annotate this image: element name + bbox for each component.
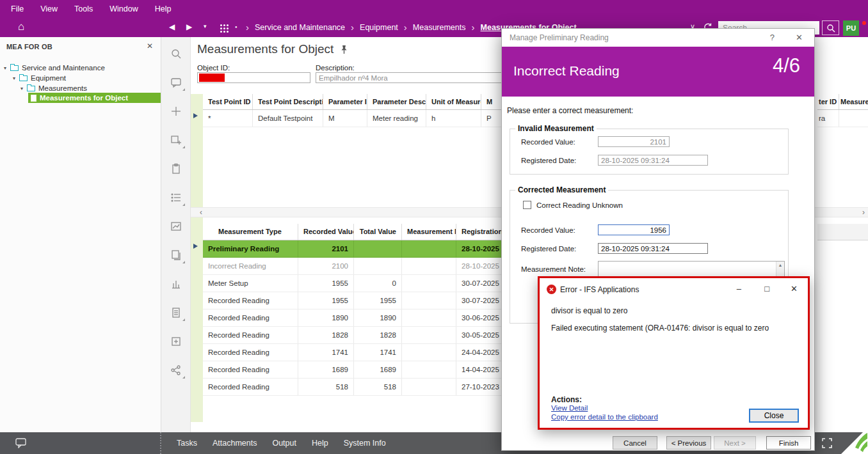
column-header[interactable]: Parameter ID (323, 94, 367, 109)
menu-tools[interactable]: Tools (66, 0, 101, 18)
cell-recorded-value: 1955 (298, 292, 354, 309)
cell-total-value: 1890 (354, 309, 402, 326)
cell-recorded-value: 1741 (298, 344, 354, 361)
cell-measurement-note (402, 240, 456, 257)
menu-file[interactable]: File (3, 0, 32, 18)
table-row[interactable]: Recorded Reading 1828 1828 30-05-2025 1 (203, 327, 510, 344)
statusbar-attachments[interactable]: Attachments (213, 439, 257, 448)
minimize-icon[interactable]: – (737, 284, 741, 294)
pin-icon[interactable] (340, 45, 348, 54)
corrected-recorded-value-field[interactable] (598, 224, 670, 235)
caret-down-icon[interactable]: ▾ (20, 86, 27, 91)
cell-test-point-id: * (203, 110, 253, 127)
caret-down-icon[interactable]: ▾ (4, 65, 10, 71)
cell-measurement-type: Recorded Reading (203, 309, 298, 326)
help-icon[interactable]: ? (770, 33, 775, 42)
breadcrumb-service-and-maintenance[interactable]: Service and Maintenance (255, 23, 345, 32)
maximize-icon[interactable]: □ (764, 284, 769, 294)
add-tool-icon[interactable] (170, 105, 182, 118)
statusbar-output[interactable]: Output (272, 439, 296, 448)
tree-item-service-and-maintenance[interactable]: ▾ Service and Maintenance (0, 63, 161, 73)
breadcrumb-measurements[interactable]: Measurements (413, 23, 466, 32)
cell-parameter-description: Meter reading (367, 110, 426, 127)
menu-help[interactable]: Help (147, 0, 180, 18)
cell-measurement-note (402, 258, 456, 274)
tree-item-measurements[interactable]: ▾ Measurements (0, 83, 161, 93)
error-message-line2: Failed executing statement (ORA-01476: d… (551, 324, 769, 333)
tree-item-measurements-for-object-selected[interactable]: Measurements for Object (28, 93, 161, 103)
cell-measurement-type: Incorrect Reading (203, 258, 298, 274)
next-button[interactable]: Next > (714, 436, 756, 450)
corrected-registered-date-field[interactable] (598, 243, 708, 254)
correct-reading-unknown-checkbox[interactable] (523, 201, 531, 209)
column-header[interactable]: Measurement Note (402, 224, 456, 240)
cell-recorded-value: 2101 (298, 240, 354, 257)
table-row[interactable]: Meter Setup 1955 0 30-07-2025 1 (203, 275, 510, 292)
search-button[interactable] (822, 20, 839, 35)
error-close-button[interactable]: Close (749, 409, 799, 423)
scroll-up-icon[interactable]: ▲ (778, 263, 783, 267)
user-avatar-badge[interactable]: PU (843, 20, 859, 36)
cancel-button[interactable]: Cancel (613, 436, 657, 450)
bar-chart-tool-icon[interactable] (170, 278, 182, 290)
statusbar-help[interactable]: Help (312, 439, 328, 448)
table-row[interactable]: Recorded Reading 1955 1955 30-07-2025 1 (203, 292, 510, 309)
layers-tool-icon[interactable] (170, 249, 182, 262)
app-grid-icon[interactable] (220, 24, 222, 26)
cell-measurement-type: Recorded Reading (203, 344, 298, 361)
scroll-right-icon[interactable]: › (862, 208, 865, 217)
wizard-instruction: Please enter a correct measurement: (507, 106, 633, 115)
forward-icon[interactable]: ▶ (186, 22, 192, 31)
menu-window[interactable]: Window (101, 0, 146, 18)
back-icon[interactable]: ◀ (169, 22, 175, 31)
column-header[interactable]: Recorded Value (298, 224, 354, 240)
finish-button[interactable]: Finish (766, 436, 811, 450)
folder-icon (19, 75, 28, 81)
scroll-left-icon[interactable]: ‹ (200, 208, 202, 217)
document-tool-icon[interactable] (170, 306, 182, 319)
fullscreen-icon[interactable] (822, 438, 832, 448)
close-icon[interactable]: ✕ (796, 33, 803, 42)
column-header[interactable]: Total Value (354, 224, 402, 240)
table-row[interactable]: Incorrect Reading 2100 28-10-2025 0 (203, 258, 510, 275)
feedback-bubble-icon[interactable] (15, 438, 27, 448)
column-header[interactable]: Parameter Description (367, 94, 426, 109)
actions-label: Actions: (551, 395, 582, 404)
new-window-tool-icon[interactable] (170, 134, 182, 146)
statusbar-system-info[interactable]: System Info (344, 439, 386, 448)
chart-tool-icon[interactable] (170, 220, 182, 233)
table-row-selected[interactable]: Preliminary Reading 2101 28-10-2025 0 (203, 240, 510, 258)
description-field[interactable] (316, 72, 502, 83)
page-title-text: Measurements for Object (197, 42, 334, 56)
table-row[interactable]: Recorded Reading 1689 1689 14-04-2025 1 (203, 361, 510, 379)
clipboard-tool-icon[interactable] (170, 162, 182, 175)
add-box-tool-icon[interactable] (170, 335, 182, 348)
column-header[interactable]: Unit of Measure (426, 94, 481, 109)
table-row[interactable]: Recorded Reading 1741 1741 24-04-2025 1 (203, 344, 510, 361)
table-row[interactable]: Recorded Reading 1890 1890 30-06-2025 1 (203, 309, 510, 327)
testpoint-table-row[interactable]: * Default Testpoint M Meter reading h P (203, 110, 507, 127)
invalid-recorded-value-field[interactable] (598, 136, 670, 147)
table-row[interactable]: Recorded Reading 518 518 27-10-2023 0 (203, 379, 510, 396)
breadcrumb-equipment[interactable]: Equipment (360, 23, 398, 32)
tree-item-equipment[interactable]: ▾ Equipment (0, 73, 161, 83)
copy-error-detail-link[interactable]: Copy error detail to the clipboard (551, 413, 658, 421)
menu-view[interactable]: View (32, 0, 66, 18)
share-tool-icon[interactable] (170, 364, 182, 377)
list-tool-icon[interactable] (170, 191, 182, 204)
invalid-registered-date-field[interactable] (598, 155, 708, 166)
caret-down-icon[interactable]: ▾ (13, 75, 19, 81)
view-detail-link[interactable]: View Detail (551, 404, 588, 412)
comment-tool-icon[interactable] (170, 76, 182, 89)
history-caret-icon[interactable]: ▾ (204, 23, 207, 29)
search-tool-icon[interactable] (170, 47, 182, 60)
navigator-close-icon[interactable]: ✕ (147, 42, 153, 51)
cell-total-value: 518 (354, 379, 402, 395)
column-header[interactable]: Measurement Type (203, 224, 298, 240)
statusbar-tasks[interactable]: Tasks (177, 439, 197, 448)
close-icon[interactable]: ✕ (791, 284, 798, 294)
home-icon[interactable]: ⌂ (18, 20, 24, 33)
column-header[interactable]: Test Point ID (203, 94, 253, 109)
previous-button[interactable]: < Previous (666, 436, 711, 450)
column-header[interactable]: Test Point Description (253, 94, 323, 109)
